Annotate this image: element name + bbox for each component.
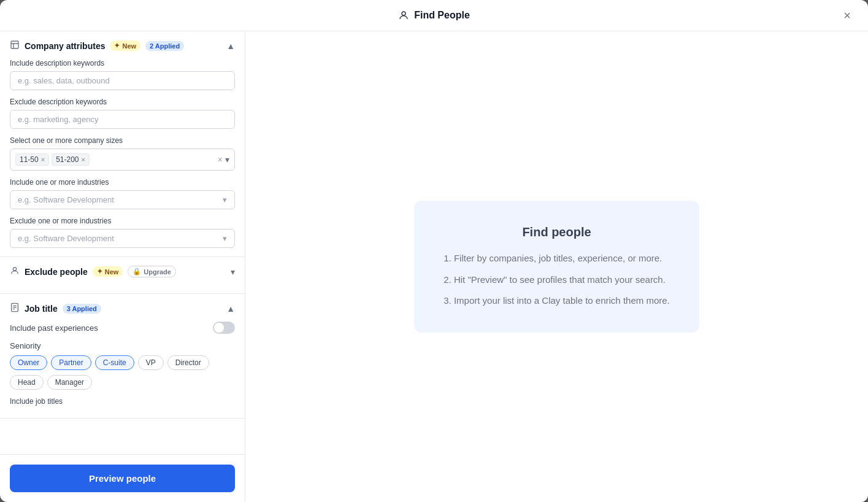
- person-icon-exclude: [10, 266, 20, 277]
- include-job-titles-label: Include job titles: [10, 397, 235, 406]
- include-job-titles-field: Include job titles: [10, 397, 235, 406]
- seniority-tag-owner[interactable]: Owner: [10, 355, 47, 370]
- remove-size-11-50[interactable]: ×: [41, 156, 45, 163]
- section-header-job: Job title 3 Applied ▲: [10, 303, 235, 314]
- applied-badge-company: 2 Applied: [145, 41, 184, 51]
- exclude-people-section: Exclude people ✦ New 🔒 Upgrade ▾: [0, 257, 245, 294]
- include-industries-label: Include one or more industries: [10, 178, 235, 187]
- find-people-card-title: Find people: [444, 225, 670, 239]
- bottom-bar: Preview people: [0, 454, 245, 502]
- include-desc-input[interactable]: [10, 71, 235, 90]
- size-tag-51-200: 51-200 ×: [52, 153, 90, 166]
- include-industries-chevron: ▾: [223, 195, 227, 204]
- modal-body: Company attributes ✦ New 2 Applied ▲: [0, 31, 868, 502]
- include-industries-placeholder: e.g. Software Development: [18, 195, 114, 204]
- new-badge-exclude: ✦ New: [93, 266, 123, 277]
- star-icon-company: ✦: [114, 42, 120, 50]
- section-header-exclude: Exclude people ✦ New 🔒 Upgrade ▾: [10, 266, 235, 277]
- exclude-section-chevron[interactable]: ▾: [231, 267, 235, 277]
- company-sizes-multiselect[interactable]: 11-50 × 51-200 × × ▾: [10, 149, 235, 171]
- seniority-tag-head[interactable]: Head: [10, 375, 44, 390]
- svg-point-0: [402, 12, 405, 15]
- exclude-industries-placeholder: e.g. Software Development: [18, 234, 114, 243]
- exclude-desc-label: Exclude description keywords: [10, 98, 235, 106]
- seniority-tag-manager[interactable]: Manager: [47, 375, 92, 390]
- find-step-1: 1. Filter by companies, job titles, expe…: [444, 252, 670, 266]
- exclude-industries-dropdown[interactable]: e.g. Software Development ▾: [10, 229, 235, 248]
- find-people-modal: Find People ×: [0, 0, 868, 502]
- upgrade-badge[interactable]: 🔒 Upgrade: [128, 266, 176, 277]
- company-section-chevron[interactable]: ▲: [226, 41, 235, 51]
- person-icon: [398, 10, 409, 21]
- seniority-tags-container: Owner Partner C-suite VP Director: [10, 355, 235, 370]
- find-step-3: 3. Import your list into a Clay table to…: [444, 294, 670, 308]
- size-tag-11-50: 11-50 ×: [15, 153, 49, 166]
- seniority-tags-row2: Head Manager: [10, 375, 235, 390]
- lock-icon: 🔒: [133, 268, 141, 276]
- svg-point-2: [13, 268, 16, 271]
- past-experiences-label: Include past experiences: [10, 323, 98, 333]
- applied-badge-job: 3 Applied: [63, 304, 101, 314]
- building-icon: [10, 40, 20, 52]
- include-desc-field: Include description keywords: [10, 59, 235, 90]
- include-industries-field: Include one or more industries e.g. Soft…: [10, 178, 235, 209]
- job-section-chevron[interactable]: ▲: [226, 304, 235, 314]
- company-section-title: Company attributes: [25, 41, 105, 51]
- exclude-desc-field: Exclude description keywords: [10, 98, 235, 129]
- remove-size-51-200[interactable]: ×: [82, 156, 85, 163]
- exclude-section-title: Exclude people: [25, 267, 88, 277]
- doc-icon: [10, 303, 20, 314]
- seniority-label: Seniority: [10, 341, 235, 350]
- right-panel: Find people 1. Filter by companies, job …: [245, 31, 868, 502]
- exclude-industries-field: Exclude one or more industries e.g. Soft…: [10, 217, 235, 248]
- company-attributes-section: Company attributes ✦ New 2 Applied ▲: [0, 31, 245, 257]
- svg-rect-1: [11, 41, 18, 48]
- left-panel: Company attributes ✦ New 2 Applied ▲: [0, 31, 245, 502]
- find-people-steps: 1. Filter by companies, job titles, expe…: [444, 252, 670, 308]
- new-badge-company: ✦ New: [110, 41, 140, 51]
- left-scroll[interactable]: Company attributes ✦ New 2 Applied ▲: [0, 31, 245, 454]
- seniority-tag-partner[interactable]: Partner: [51, 355, 91, 370]
- close-button[interactable]: ×: [839, 7, 856, 24]
- exclude-industries-chevron: ▾: [223, 234, 227, 243]
- include-desc-label: Include description keywords: [10, 59, 235, 68]
- modal-title: Find People: [398, 10, 470, 21]
- seniority-field: Seniority Owner Partner C-suite VP Direc…: [10, 341, 235, 390]
- seniority-tag-director[interactable]: Director: [167, 355, 209, 370]
- seniority-tag-csuite[interactable]: C-suite: [95, 355, 134, 370]
- exclude-desc-input[interactable]: [10, 110, 235, 129]
- preview-people-button[interactable]: Preview people: [10, 465, 235, 492]
- company-sizes-field: Select one or more company sizes 11-50 ×…: [10, 136, 235, 171]
- sizes-clear-button[interactable]: ×: [218, 155, 223, 164]
- job-title-section-title: Job title: [25, 304, 58, 314]
- seniority-tag-vp[interactable]: VP: [138, 355, 164, 370]
- past-experiences-row: Include past experiences: [10, 322, 235, 334]
- sizes-dropdown-chevron[interactable]: ▾: [225, 155, 229, 164]
- past-experiences-toggle[interactable]: [213, 322, 235, 334]
- section-header-company: Company attributes ✦ New 2 Applied ▲: [10, 40, 235, 52]
- modal-header: Find People ×: [0, 0, 868, 31]
- job-title-section: Job title 3 Applied ▲ Include past exper…: [0, 294, 245, 419]
- find-people-card: Find people 1. Filter by companies, job …: [414, 201, 699, 333]
- find-step-2: 2. Hit "Preview" to see profiles that ma…: [444, 273, 670, 287]
- include-industries-dropdown[interactable]: e.g. Software Development ▾: [10, 190, 235, 209]
- company-sizes-label: Select one or more company sizes: [10, 136, 235, 145]
- exclude-industries-label: Exclude one or more industries: [10, 217, 235, 225]
- star-icon-exclude: ✦: [97, 268, 102, 276]
